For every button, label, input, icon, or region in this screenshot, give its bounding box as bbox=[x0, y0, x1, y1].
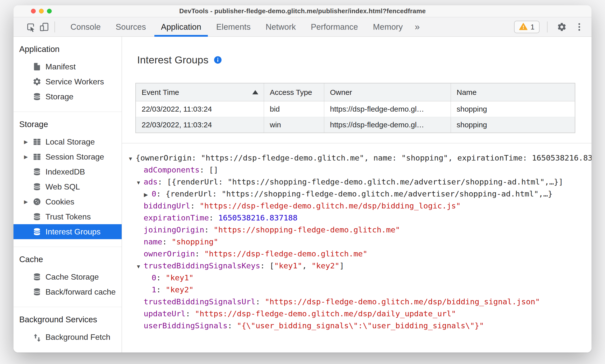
minimize-button[interactable] bbox=[39, 9, 44, 13]
heading-row: Interest Groups bbox=[137, 53, 222, 67]
sidebar-section-application: ApplicationManifestService WorkersStorag… bbox=[13, 37, 122, 112]
disclosure-arrow-icon[interactable]: ▼ bbox=[136, 261, 144, 273]
tree-line: ownerOrigin: "https://dsp-fledge-demo.gl… bbox=[122, 248, 592, 260]
expand-arrow-icon[interactable]: ▶ bbox=[24, 139, 30, 145]
sidebar-section-storage: Storage▶Local Storage▶Session StorageInd… bbox=[13, 112, 122, 247]
warning-triangle-icon bbox=[519, 22, 528, 32]
page-title: Interest Groups bbox=[137, 54, 209, 66]
tree-text-segment: "https://dsp-fledge-demo.glitch.me" bbox=[204, 249, 367, 258]
tree-text-segment: 0 bbox=[152, 273, 156, 282]
sidebar-item-label: Manifest bbox=[45, 62, 76, 71]
sidebar-item-session-storage[interactable]: ▶Session Storage bbox=[13, 149, 122, 164]
tree-line: trustedBiddingSignalsUrl: "https://dsp-f… bbox=[122, 296, 592, 308]
tree-line[interactable]: ▶0: {renderUrl: "https://shopping-fledge… bbox=[122, 188, 592, 200]
tree-text-segment: ownerOrigin bbox=[144, 249, 195, 258]
tab-memory[interactable]: Memory bbox=[365, 17, 410, 37]
disclosure-arrow-icon[interactable]: ▼ bbox=[136, 177, 144, 189]
tab-application[interactable]: Application bbox=[153, 17, 209, 37]
settings-button[interactable] bbox=[555, 19, 569, 35]
sidebar-item-manifest[interactable]: Manifest bbox=[13, 59, 122, 74]
tree-text-segment: 1650538216.837188 bbox=[218, 213, 298, 222]
sidebar-item-indexeddb[interactable]: IndexedDB bbox=[13, 164, 122, 179]
sidebar-item-label: Service Workers bbox=[45, 77, 104, 86]
column-header-owner[interactable]: Owner bbox=[324, 83, 451, 101]
table-row[interactable]: 22/03/2022, 11:03:24bidhttps://dsp-fledg… bbox=[136, 101, 575, 117]
sidebar-item-cookies[interactable]: ▶Cookies bbox=[13, 194, 122, 209]
panel-tabs: ConsoleSourcesApplicationElementsNetwork… bbox=[63, 17, 410, 37]
inspect-element-button[interactable] bbox=[24, 19, 37, 35]
disclosure-arrow-icon[interactable]: ▶ bbox=[144, 189, 152, 201]
sidebar-item-back-forward-cache[interactable]: Back/forward cache bbox=[13, 284, 122, 299]
tree-text-segment: : bbox=[256, 297, 265, 306]
tree-line[interactable]: ▼{ownerOrigin: "https://dsp-fledge-demo.… bbox=[122, 152, 592, 164]
tab-elements[interactable]: Elements bbox=[209, 17, 258, 37]
database-icon bbox=[32, 92, 41, 101]
tab-sources[interactable]: Sources bbox=[108, 17, 153, 37]
inspect-cursor-icon bbox=[25, 22, 36, 32]
sidebar-item-background-fetch[interactable]: Background Fetch bbox=[13, 330, 122, 345]
tree-text-segment: "https://dsp-fledge-demo.glitch.me/dsp/b… bbox=[200, 201, 461, 210]
close-button[interactable] bbox=[31, 9, 36, 13]
application-sidebar: ApplicationManifestService WorkersStorag… bbox=[13, 37, 122, 353]
table-body: 22/03/2022, 11:03:24bidhttps://dsp-fledg… bbox=[136, 101, 575, 133]
database-icon bbox=[32, 227, 41, 236]
sidebar-item-label: Interest Groups bbox=[45, 227, 101, 236]
tree-text-segment: 1 bbox=[152, 285, 156, 294]
tree-text-segment: {ownerOrigin: "https://dsp-fledge-demo.g… bbox=[136, 153, 592, 162]
table-cell: bid bbox=[264, 101, 324, 117]
tree-text-segment: "https://shopping-fledge-demo.glitch.me" bbox=[214, 225, 400, 234]
tree-text-segment: : [ bbox=[260, 261, 274, 270]
table-cell: shopping bbox=[451, 101, 574, 117]
more-tabs-button[interactable]: » bbox=[412, 22, 422, 32]
tab-network[interactable]: Network bbox=[258, 17, 303, 37]
tab-console[interactable]: Console bbox=[63, 17, 108, 37]
interest-group-details-tree: ▼{ownerOrigin: "https://dsp-fledge-demo.… bbox=[122, 143, 592, 353]
expand-arrow-icon[interactable]: ▶ bbox=[24, 199, 30, 205]
tree-text-segment: adComponents bbox=[144, 165, 200, 174]
sidebar-item-interest-groups[interactable]: Interest Groups bbox=[13, 224, 122, 239]
tree-text-segment: "key2" bbox=[311, 261, 339, 270]
tree-text-segment: "https://dsp-fledge-demo.glitch.me/dsp/d… bbox=[195, 309, 456, 318]
tree-text-segment: : bbox=[204, 225, 214, 234]
expand-arrow-icon[interactable]: ▶ bbox=[24, 154, 30, 160]
table-cell: shopping bbox=[451, 117, 574, 133]
column-header-access-type[interactable]: Access Type bbox=[264, 83, 324, 101]
column-header-event-time[interactable]: Event Time bbox=[136, 83, 264, 101]
zoom-button[interactable] bbox=[47, 9, 52, 13]
disclosure-arrow-icon[interactable]: ▼ bbox=[128, 153, 136, 165]
tree-text-segment: ads bbox=[144, 177, 158, 186]
sidebar-item-label: Cookies bbox=[45, 197, 74, 206]
devtools-window: DevTools - publisher-fledge-demo.glitch.… bbox=[13, 5, 592, 353]
sidebar-section-title: Background Services bbox=[13, 315, 122, 325]
interest-groups-panel: Interest Groups Event TimeAccess TypeOwn… bbox=[122, 37, 592, 353]
database-icon bbox=[32, 167, 41, 176]
sidebar-item-local-storage[interactable]: ▶Local Storage bbox=[13, 134, 122, 149]
sidebar-section-background-services: Background ServicesBackground Fetch bbox=[13, 307, 122, 352]
table-cell: 22/03/2022, 11:03:24 bbox=[136, 101, 264, 117]
customize-devtools-button[interactable] bbox=[573, 19, 586, 35]
gear-icon bbox=[557, 22, 567, 32]
issues-count: 1 bbox=[531, 23, 535, 31]
sidebar-section-cache: CacheCache StorageBack/forward cache bbox=[13, 247, 122, 307]
table-cell: 22/03/2022, 11:03:24 bbox=[136, 117, 264, 133]
tab-performance[interactable]: Performance bbox=[303, 17, 365, 37]
sidebar-item-cache-storage[interactable]: Cache Storage bbox=[13, 269, 122, 284]
tree-line: 0: "key1" bbox=[122, 272, 592, 284]
sidebar-item-label: Local Storage bbox=[45, 137, 95, 147]
tab-label: Elements bbox=[216, 22, 251, 32]
sidebar-item-web-sql[interactable]: Web SQL bbox=[13, 179, 122, 194]
table-row[interactable]: 22/03/2022, 11:03:24winhttps://dsp-fledg… bbox=[136, 117, 575, 133]
tree-line: updateUrl: "https://dsp-fledge-demo.glit… bbox=[122, 308, 592, 320]
issues-counter-button[interactable]: 1 bbox=[514, 21, 540, 33]
info-icon[interactable] bbox=[214, 56, 222, 64]
column-header-name[interactable]: Name bbox=[451, 83, 574, 101]
sidebar-item-service-workers[interactable]: Service Workers bbox=[13, 74, 122, 89]
tree-line[interactable]: ▼ads: [{renderUrl: "https://shopping-fle… bbox=[122, 176, 592, 188]
tree-line[interactable]: ▼trustedBiddingSignalsKeys: ["key1", "ke… bbox=[122, 260, 592, 272]
toggle-device-toolbar-button[interactable] bbox=[37, 19, 51, 35]
sidebar-item-storage[interactable]: Storage bbox=[13, 89, 122, 104]
column-header-label: Event Time bbox=[142, 88, 179, 96]
sidebar-item-label: Web SQL bbox=[45, 182, 80, 191]
sidebar-item-trust-tokens[interactable]: Trust Tokens bbox=[13, 209, 122, 224]
gear-icon bbox=[32, 77, 41, 86]
